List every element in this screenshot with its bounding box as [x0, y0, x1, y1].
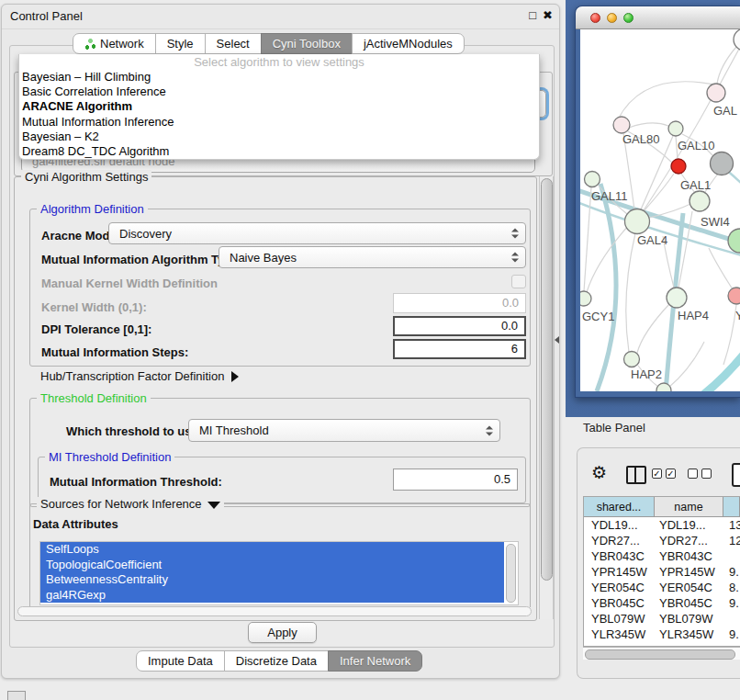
node-red[interactable] — [671, 159, 686, 174]
attribute-item-gal4rgexp[interactable]: gal4RGexp — [40, 588, 504, 604]
node-gray[interactable] — [711, 152, 734, 175]
network-window-titlebar[interactable] — [576, 6, 740, 29]
data-attributes-list[interactable]: SelfLoopsTopologicalCoefficientBetweenne… — [39, 541, 519, 605]
table-cell: YDR27... — [655, 533, 723, 548]
panel-resize-handle-icon[interactable] — [555, 336, 559, 344]
network-canvas[interactable]: GALGAL80GAL10GAL1GAL11SWI4GAL4GCY1HAP4YH… — [580, 29, 740, 391]
node-partial-top[interactable] — [734, 29, 740, 51]
close-window-icon[interactable] — [590, 13, 600, 23]
cyni-settings-group-title: Cyni Algorithm Settings — [21, 170, 151, 184]
list-scrollbar-thumb[interactable] — [506, 544, 516, 603]
table-row[interactable]: YBR045CYBR045C9. — [584, 595, 740, 611]
table-cell: YDR27... — [584, 533, 655, 548]
apply-button[interactable]: Apply — [248, 622, 317, 643]
table-header-row: shared...name — [584, 497, 740, 517]
checked-checkbox-icon[interactable]: ✓ — [666, 469, 676, 479]
close-panel-icon[interactable]: ✖ — [543, 8, 553, 22]
node-gal1-label: GAL1 — [680, 178, 711, 192]
attribute-item-topologicalcoefficient[interactable]: TopologicalCoefficient — [40, 558, 504, 573]
algorithm-option-bayesian-k2[interactable]: Bayesian – K2 — [19, 130, 539, 144]
node-table: shared...name YDL19...YDL19...13YDR27...… — [583, 496, 740, 647]
node-hap4[interactable] — [667, 288, 687, 308]
node-gal-top[interactable] — [707, 84, 725, 102]
manual-kernel-checkbox[interactable] — [511, 275, 526, 288]
algorithm-option-dream8-dc-tdc-algorithm[interactable]: Dream8 DC_TDC Algorithm — [19, 144, 539, 159]
unchecked-checkbox-icon[interactable] — [701, 469, 712, 479]
node-gal80-label: GAL80 — [622, 132, 659, 146]
combo-arrows-icon — [511, 229, 519, 239]
node-gal80[interactable] — [613, 117, 630, 133]
table-row[interactable]: YER054CYER054C8. — [584, 580, 740, 595]
aracne-mode-combo[interactable]: Discovery — [108, 222, 526, 244]
dpi-tolerance-field[interactable]: 0.0 — [393, 316, 526, 336]
popup-header: Select algorithm to view settings — [19, 54, 539, 70]
sources-group-title[interactable]: Sources for Network Inference — [37, 497, 224, 511]
node-gcy1[interactable] — [580, 291, 591, 306]
column-header-shared[interactable]: shared... — [584, 497, 655, 517]
table-cell: YBL079W — [655, 611, 723, 627]
table-row[interactable]: YBL079WYBL079W — [584, 611, 740, 627]
tab-network[interactable]: Network — [73, 33, 156, 54]
tab-impute-data[interactable]: Impute Data — [136, 650, 225, 672]
split-columns-icon[interactable] — [626, 466, 646, 484]
algorithm-option-basic-correlation-inference[interactable]: Basic Correlation Inference — [19, 85, 539, 99]
threshold-definition-title: Threshold Definition — [37, 391, 151, 405]
tab-discretize-data[interactable]: Discretize Data — [224, 650, 329, 672]
minimize-window-icon[interactable] — [607, 13, 617, 23]
cyni-mode-tab-bar: Impute DataDiscretize DataInfer Network — [136, 650, 422, 672]
hub-definition-toggle[interactable]: Hub/Transcription Factor Definition — [40, 369, 239, 383]
tab-cyni-toolbox[interactable]: Cyni Toolbox — [261, 33, 353, 54]
table-row[interactable]: YPR145WYPR145W9. — [584, 564, 740, 580]
table-row[interactable]: YDR27...YDR27...12 — [584, 533, 740, 548]
node-gal4[interactable] — [625, 209, 650, 234]
node-gal1[interactable] — [690, 191, 710, 211]
attribute-item-selfloops[interactable]: SelfLoops — [40, 542, 504, 558]
table-cell: 8. — [723, 580, 740, 595]
node-hap2[interactable] — [624, 352, 640, 367]
node-salmon[interactable] — [728, 288, 740, 304]
combo-arrows-icon — [511, 253, 519, 263]
table-cell: YLR345W — [655, 627, 723, 642]
unchecked-checkbox-icon[interactable] — [688, 469, 698, 479]
algorithm-option-bayesian-hill-climbing[interactable]: Bayesian – Hill Climbing — [19, 70, 539, 85]
column-header-3[interactable] — [723, 497, 740, 517]
mi-type-combo[interactable]: Naive Bayes — [219, 246, 526, 268]
mi-threshold-field[interactable]: 0.5 — [393, 469, 518, 491]
new-table-icon[interactable] — [732, 463, 740, 487]
tab-jactivemnodules[interactable]: jActiveMNodules — [352, 33, 465, 54]
settings-vscrollbar-thumb[interactable] — [541, 178, 553, 581]
checked-checkbox-icon[interactable]: ✓ — [652, 469, 662, 479]
float-panel-icon[interactable]: □ — [529, 8, 536, 22]
table-hscrollbar-thumb[interactable] — [585, 649, 735, 660]
attribute-item-betweennesscentrality[interactable]: BetweennessCentrality — [40, 572, 504, 588]
tab-select[interactable]: Select — [205, 33, 262, 54]
node-gal11[interactable] — [585, 172, 600, 187]
table-row[interactable]: YDL19...YDL19...13 — [584, 517, 740, 533]
which-threshold-combo[interactable]: MI Threshold — [188, 419, 500, 442]
table-row[interactable]: YIL052CYIL052C9 — [584, 642, 740, 646]
node-swi4[interactable] — [728, 229, 740, 253]
table-cell: YDL19... — [584, 517, 655, 533]
zoom-window-icon[interactable] — [623, 13, 633, 23]
mi-steps-field[interactable]: 6 — [393, 339, 526, 359]
bottom-left-partial-widget[interactable] — [7, 691, 26, 700]
gear-icon[interactable]: ⚙ — [591, 463, 607, 483]
node-gal11-label: GAL11 — [591, 189, 628, 203]
algorithm-option-aracne-algorithm[interactable]: ARACNE Algorithm — [19, 99, 539, 114]
algorithm-option-mutual-information-inference[interactable]: Mutual Information Inference — [19, 115, 539, 130]
settings-hscrollbar[interactable] — [17, 605, 533, 617]
node-partial-bottom[interactable] — [656, 383, 671, 391]
tab-infer-network[interactable]: Infer Network — [328, 650, 422, 672]
threshold-definition-group: Threshold Definition Which threshold to … — [29, 398, 531, 507]
hide-columns-unchecked-icons[interactable] — [688, 469, 712, 479]
table-hscrollbar[interactable] — [583, 647, 740, 660]
column-header-name[interactable]: name — [655, 497, 723, 517]
settings-vscrollbar[interactable] — [539, 176, 554, 619]
table-row[interactable]: YLR345WYLR345W9. — [584, 627, 740, 642]
show-columns-checked-icons[interactable]: ✓ ✓ — [652, 469, 676, 479]
kernel-width-field[interactable]: 0.0 — [393, 293, 526, 313]
node-gal10[interactable] — [668, 121, 683, 136]
tab-style[interactable]: Style — [155, 33, 206, 54]
table-cell: YBR043C — [655, 548, 723, 564]
table-row[interactable]: YBR043CYBR043C — [584, 548, 740, 564]
